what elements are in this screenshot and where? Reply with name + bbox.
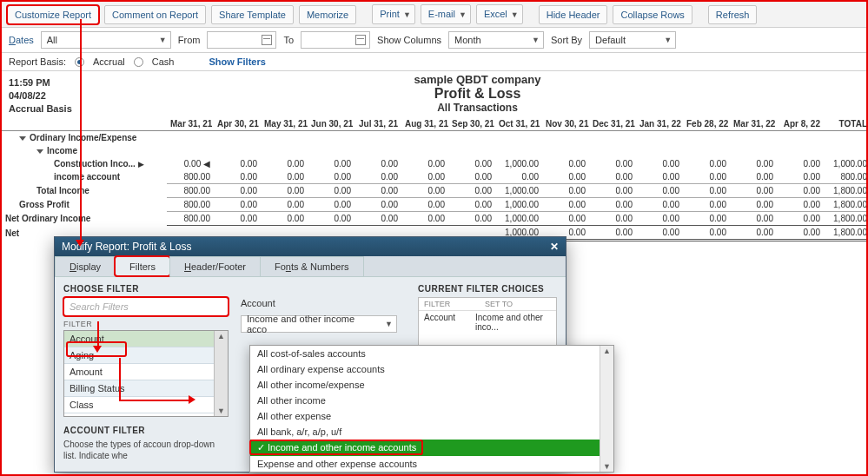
print-button[interactable]: Print▼ bbox=[372, 4, 415, 24]
dialog-titlebar[interactable]: Modify Report: Profit & Loss ✕ bbox=[55, 237, 566, 256]
choose-filter-panel: CHOOSE FILTER Search Filters FILTER Acco… bbox=[63, 282, 229, 458]
cell-value: 0.00 bbox=[448, 198, 495, 212]
to-date-input[interactable] bbox=[301, 31, 370, 49]
report-meta: 11:59 PM 04/08/22 Accrual Basis bbox=[2, 71, 89, 121]
cell-value: 800.00 bbox=[824, 170, 868, 184]
cell-value: 0.00 bbox=[308, 212, 354, 226]
column-header: Aug 31, 21 bbox=[401, 117, 448, 131]
cell-value: 800.00 bbox=[167, 198, 214, 212]
comment-on-report-button[interactable]: Comment on Report bbox=[104, 5, 206, 24]
cash-radio[interactable] bbox=[134, 57, 143, 67]
cell-value: 0.00 bbox=[777, 170, 824, 184]
account-filter-text: Choose the types of accoun drop-down lis… bbox=[63, 439, 229, 461]
close-icon[interactable]: ✕ bbox=[550, 241, 559, 253]
tab-filters[interactable]: Filters bbox=[115, 256, 170, 276]
excel-button[interactable]: Excel▼ bbox=[476, 4, 523, 24]
tab-display[interactable]: Display bbox=[55, 256, 116, 276]
cell-value: 0.00 bbox=[354, 170, 401, 184]
cash-label: Cash bbox=[152, 56, 175, 67]
cell-value: 0.00 bbox=[683, 212, 730, 226]
cell-value: 0.00 bbox=[589, 212, 636, 226]
column-header: Feb 28, 22 bbox=[683, 117, 730, 131]
col-filter: FILTER bbox=[419, 298, 480, 310]
search-filters-input[interactable]: Search Filters bbox=[63, 297, 229, 316]
report-basis: Accrual Basis bbox=[9, 102, 82, 116]
cell-value: 0.00 bbox=[308, 157, 354, 170]
row-label: Ordinary Income/Expense bbox=[2, 131, 167, 145]
cell-value: 1,000.00 bbox=[824, 157, 868, 170]
current-filter-table: FILTER SET TO Account Income and other i… bbox=[418, 297, 557, 349]
dropdown-option[interactable]: All cost-of-sales accounts bbox=[250, 346, 600, 361]
cell-value: 0.00 bbox=[542, 198, 589, 212]
cell-value: 0.00 bbox=[636, 226, 683, 241]
col-setto: SET TO bbox=[480, 298, 518, 310]
cell-value: 0.00 bbox=[589, 198, 636, 212]
cell-value: 0.00 bbox=[308, 184, 354, 198]
filter-mini-label: FILTER bbox=[63, 320, 229, 328]
tab-header-footer[interactable]: Header/Footer bbox=[169, 256, 261, 276]
cell-value: 0.00 bbox=[261, 157, 308, 170]
from-date-input[interactable] bbox=[207, 31, 276, 49]
column-header: Jul 31, 21 bbox=[354, 117, 401, 131]
current-filter-name: Account bbox=[419, 311, 470, 334]
chevron-down-icon: ▼ bbox=[664, 36, 672, 44]
show-columns-value: Month bbox=[454, 35, 481, 45]
hide-header-button[interactable]: Hide Header bbox=[539, 5, 608, 24]
tab-fonts-numbers[interactable]: Fonts & Numbers bbox=[260, 256, 364, 276]
dates-combo[interactable]: All ▼ bbox=[41, 31, 171, 49]
cell-value: 1,800.00 bbox=[824, 226, 868, 241]
report-toolbar: Customize Report Comment on Report Share… bbox=[2, 2, 866, 28]
collapse-rows-button[interactable]: Collapse Rows bbox=[613, 5, 692, 24]
row-label: Gross Profit bbox=[2, 198, 167, 212]
dropdown-option[interactable]: Expense and other expense accounts bbox=[250, 456, 600, 472]
dropdown-option[interactable]: All ordinary expense accounts bbox=[250, 361, 600, 377]
cell-value: 0.00 bbox=[354, 184, 401, 198]
customize-report-button[interactable]: Customize Report bbox=[7, 5, 99, 24]
cell-value: 0.00 bbox=[636, 157, 683, 170]
annotation-arrow bbox=[80, 19, 82, 241]
cell-value: 0.00 bbox=[401, 170, 448, 184]
scrollbar[interactable] bbox=[600, 346, 613, 472]
annotation-arrowhead bbox=[93, 346, 102, 353]
cell-value: 1,000.00 bbox=[495, 157, 542, 170]
memorize-button[interactable]: Memorize bbox=[299, 5, 356, 24]
cell-value: 0.00 bbox=[777, 212, 824, 226]
cell-value: 0.00 bbox=[401, 198, 448, 212]
account-filter-combo[interactable]: Income and other income acco ▼ bbox=[241, 315, 397, 333]
cell-value: 0.00 bbox=[214, 212, 261, 226]
dropdown-option[interactable]: All other expense bbox=[250, 408, 600, 424]
cell-value: 0.00 bbox=[589, 184, 636, 198]
chevron-down-icon: ▼ bbox=[511, 8, 519, 22]
column-header: Dec 31, 21 bbox=[589, 117, 636, 131]
dropdown-option[interactable]: All bank, a/r, a/p, u/f bbox=[250, 424, 600, 440]
dialog-tabs: Display Filters Header/Footer Fonts & Nu… bbox=[55, 256, 566, 277]
refresh-button[interactable]: Refresh bbox=[708, 5, 758, 24]
report-name: Profit & Loss bbox=[89, 86, 866, 102]
cell-value: 0.00 bbox=[683, 198, 730, 212]
cell-value: 0.00 bbox=[354, 212, 401, 226]
annotation-arrow bbox=[119, 358, 121, 400]
report-title-block: sample QBDT company Profit & Loss All Tr… bbox=[89, 71, 866, 117]
sort-by-combo[interactable]: Default ▼ bbox=[589, 31, 676, 49]
chevron-down-icon: ▼ bbox=[159, 36, 167, 44]
cell-value: 0.00 bbox=[495, 170, 542, 184]
cell-value: 0.00 bbox=[589, 226, 636, 241]
dropdown-option[interactable]: All other income bbox=[250, 393, 600, 408]
column-header: Mar 31, 21 bbox=[167, 117, 214, 131]
column-header: Jun 30, 21 bbox=[308, 117, 354, 131]
account-label: Account bbox=[241, 298, 406, 308]
scrollbar[interactable] bbox=[214, 331, 228, 416]
chevron-down-icon: ▼ bbox=[403, 8, 411, 22]
filter-list-item[interactable]: Amount bbox=[64, 364, 214, 380]
report-date: 04/08/22 bbox=[9, 89, 82, 102]
show-columns-combo[interactable]: Month ▼ bbox=[448, 31, 544, 49]
row-label: income account bbox=[2, 170, 167, 184]
share-template-button[interactable]: Share Template bbox=[211, 5, 294, 24]
column-header: Jan 31, 22 bbox=[636, 117, 683, 131]
email-button[interactable]: E-mail▼ bbox=[421, 4, 471, 24]
cell-value: 0.00 bbox=[730, 212, 777, 226]
cell-value: 800.00 bbox=[167, 212, 214, 226]
dropdown-option[interactable]: All other income/expense bbox=[250, 377, 600, 393]
show-filters-link[interactable]: Show Filters bbox=[209, 56, 265, 67]
cell-value: 0.00 bbox=[636, 170, 683, 184]
